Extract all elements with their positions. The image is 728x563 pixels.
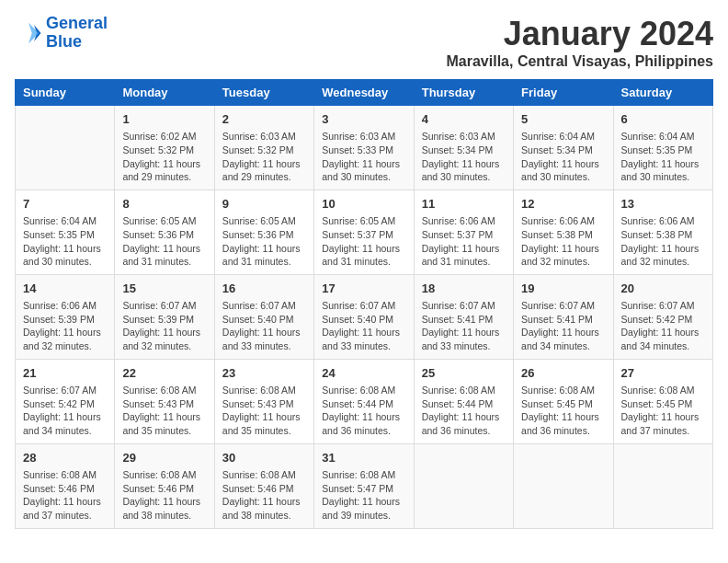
calendar-cell: 25Sunrise: 6:08 AM Sunset: 5:44 PM Dayli…	[414, 359, 513, 443]
day-info: Sunrise: 6:08 AM Sunset: 5:47 PM Dayligh…	[322, 468, 405, 523]
day-number: 4	[422, 111, 506, 128]
day-number: 9	[222, 196, 306, 213]
day-number: 5	[521, 111, 605, 128]
day-info: Sunrise: 6:07 AM Sunset: 5:42 PM Dayligh…	[621, 299, 705, 353]
calendar-cell: 19Sunrise: 6:07 AM Sunset: 5:41 PM Dayli…	[514, 274, 613, 359]
col-header-thursday: Thursday	[414, 80, 513, 106]
day-info: Sunrise: 6:08 AM Sunset: 5:45 PM Dayligh…	[621, 384, 705, 438]
col-header-wednesday: Wednesday	[314, 80, 414, 106]
calendar-cell: 28Sunrise: 6:08 AM Sunset: 5:46 PM Dayli…	[16, 443, 115, 528]
day-number: 31	[322, 450, 405, 466]
col-header-saturday: Saturday	[613, 80, 712, 106]
day-info: Sunrise: 6:05 AM Sunset: 5:36 PM Dayligh…	[122, 214, 206, 269]
calendar-cell: 13Sunrise: 6:06 AM Sunset: 5:38 PM Dayli…	[613, 190, 712, 274]
logo: General Blue	[15, 15, 108, 52]
day-info: Sunrise: 6:07 AM Sunset: 5:42 PM Dayligh…	[23, 384, 107, 438]
calendar-cell: 4Sunrise: 6:03 AM Sunset: 5:34 PM Daylig…	[414, 106, 513, 190]
day-info: Sunrise: 6:04 AM Sunset: 5:35 PM Dayligh…	[23, 214, 107, 269]
day-number: 14	[23, 281, 107, 297]
day-number: 12	[521, 196, 605, 213]
day-number: 7	[23, 196, 107, 213]
week-row-5: 28Sunrise: 6:08 AM Sunset: 5:46 PM Dayli…	[16, 443, 713, 528]
day-number: 15	[122, 281, 206, 297]
logo-icon	[15, 19, 42, 47]
calendar-cell: 24Sunrise: 6:08 AM Sunset: 5:44 PM Dayli…	[314, 359, 414, 443]
day-info: Sunrise: 6:06 AM Sunset: 5:37 PM Dayligh…	[422, 214, 506, 269]
day-info: Sunrise: 6:02 AM Sunset: 5:32 PM Dayligh…	[122, 130, 206, 184]
col-header-tuesday: Tuesday	[214, 80, 313, 106]
col-header-sunday: Sunday	[16, 80, 115, 106]
day-number: 22	[122, 365, 206, 382]
calendar-cell: 5Sunrise: 6:04 AM Sunset: 5:34 PM Daylig…	[514, 106, 613, 190]
calendar-cell: 9Sunrise: 6:05 AM Sunset: 5:36 PM Daylig…	[214, 190, 313, 274]
day-info: Sunrise: 6:06 AM Sunset: 5:39 PM Dayligh…	[23, 299, 107, 353]
day-info: Sunrise: 6:08 AM Sunset: 5:46 PM Dayligh…	[122, 468, 206, 523]
day-number: 30	[222, 450, 306, 466]
day-number: 27	[621, 365, 705, 382]
day-number: 11	[422, 196, 506, 213]
day-info: Sunrise: 6:08 AM Sunset: 5:46 PM Dayligh…	[222, 468, 306, 523]
day-info: Sunrise: 6:06 AM Sunset: 5:38 PM Dayligh…	[521, 214, 605, 269]
day-number: 18	[422, 281, 506, 297]
calendar-cell: 22Sunrise: 6:08 AM Sunset: 5:43 PM Dayli…	[115, 359, 214, 443]
calendar-cell: 3Sunrise: 6:03 AM Sunset: 5:33 PM Daylig…	[314, 106, 414, 190]
calendar-cell: 16Sunrise: 6:07 AM Sunset: 5:40 PM Dayli…	[214, 274, 313, 359]
day-number: 17	[322, 281, 405, 297]
calendar-cell: 17Sunrise: 6:07 AM Sunset: 5:40 PM Dayli…	[314, 274, 414, 359]
day-info: Sunrise: 6:07 AM Sunset: 5:41 PM Dayligh…	[422, 299, 506, 353]
day-number: 10	[322, 196, 405, 213]
day-info: Sunrise: 6:08 AM Sunset: 5:45 PM Dayligh…	[521, 384, 605, 438]
calendar-cell: 23Sunrise: 6:08 AM Sunset: 5:43 PM Dayli…	[214, 359, 313, 443]
week-row-1: 1Sunrise: 6:02 AM Sunset: 5:32 PM Daylig…	[16, 106, 713, 190]
calendar-cell	[414, 443, 513, 528]
week-row-2: 7Sunrise: 6:04 AM Sunset: 5:35 PM Daylig…	[16, 190, 713, 274]
day-number: 8	[122, 196, 206, 213]
day-info: Sunrise: 6:03 AM Sunset: 5:32 PM Dayligh…	[222, 130, 306, 184]
calendar-cell: 29Sunrise: 6:08 AM Sunset: 5:46 PM Dayli…	[115, 443, 214, 528]
day-number: 2	[222, 111, 306, 128]
logo-text-line1: General	[46, 15, 108, 33]
calendar-cell: 15Sunrise: 6:07 AM Sunset: 5:39 PM Dayli…	[115, 274, 214, 359]
calendar-cell: 14Sunrise: 6:06 AM Sunset: 5:39 PM Dayli…	[16, 274, 115, 359]
day-number: 19	[521, 281, 605, 297]
day-info: Sunrise: 6:07 AM Sunset: 5:40 PM Dayligh…	[222, 299, 306, 353]
day-number: 6	[621, 111, 705, 128]
day-info: Sunrise: 6:03 AM Sunset: 5:34 PM Dayligh…	[422, 130, 506, 184]
day-number: 21	[23, 365, 107, 382]
col-header-monday: Monday	[115, 80, 214, 106]
day-info: Sunrise: 6:08 AM Sunset: 5:44 PM Dayligh…	[322, 384, 405, 438]
day-info: Sunrise: 6:08 AM Sunset: 5:44 PM Dayligh…	[422, 384, 506, 438]
day-info: Sunrise: 6:06 AM Sunset: 5:38 PM Dayligh…	[621, 214, 705, 269]
calendar-cell: 10Sunrise: 6:05 AM Sunset: 5:37 PM Dayli…	[314, 190, 414, 274]
main-title: January 2024	[447, 15, 714, 53]
day-number: 24	[322, 365, 405, 382]
title-area: January 2024 Maravilla, Central Visayas,…	[447, 15, 714, 70]
day-number: 29	[122, 450, 206, 466]
calendar-cell	[613, 443, 712, 528]
day-info: Sunrise: 6:03 AM Sunset: 5:33 PM Dayligh…	[322, 130, 405, 184]
day-info: Sunrise: 6:05 AM Sunset: 5:36 PM Dayligh…	[222, 214, 306, 269]
day-number: 26	[521, 365, 605, 382]
calendar-cell: 31Sunrise: 6:08 AM Sunset: 5:47 PM Dayli…	[314, 443, 414, 528]
calendar-cell: 30Sunrise: 6:08 AM Sunset: 5:46 PM Dayli…	[214, 443, 313, 528]
calendar-table: SundayMondayTuesdayWednesdayThursdayFrid…	[15, 79, 713, 529]
calendar-cell	[16, 106, 115, 190]
calendar-cell: 27Sunrise: 6:08 AM Sunset: 5:45 PM Dayli…	[613, 359, 712, 443]
calendar-cell: 6Sunrise: 6:04 AM Sunset: 5:35 PM Daylig…	[613, 106, 712, 190]
day-number: 20	[621, 281, 705, 297]
day-info: Sunrise: 6:07 AM Sunset: 5:40 PM Dayligh…	[322, 299, 405, 353]
day-info: Sunrise: 6:08 AM Sunset: 5:43 PM Dayligh…	[122, 384, 206, 438]
calendar-cell: 21Sunrise: 6:07 AM Sunset: 5:42 PM Dayli…	[16, 359, 115, 443]
calendar-cell	[514, 443, 613, 528]
day-info: Sunrise: 6:08 AM Sunset: 5:46 PM Dayligh…	[23, 468, 107, 523]
week-row-4: 21Sunrise: 6:07 AM Sunset: 5:42 PM Dayli…	[16, 359, 713, 443]
calendar-cell: 12Sunrise: 6:06 AM Sunset: 5:38 PM Dayli…	[514, 190, 613, 274]
day-number: 28	[23, 450, 107, 466]
calendar-cell: 11Sunrise: 6:06 AM Sunset: 5:37 PM Dayli…	[414, 190, 513, 274]
header: General Blue January 2024 Maravilla, Cen…	[15, 15, 713, 70]
calendar-cell: 1Sunrise: 6:02 AM Sunset: 5:32 PM Daylig…	[115, 106, 214, 190]
day-info: Sunrise: 6:04 AM Sunset: 5:35 PM Dayligh…	[621, 130, 705, 184]
svg-marker-1	[28, 23, 39, 44]
logo-text-line2: Blue	[46, 33, 108, 52]
day-number: 23	[222, 365, 306, 382]
